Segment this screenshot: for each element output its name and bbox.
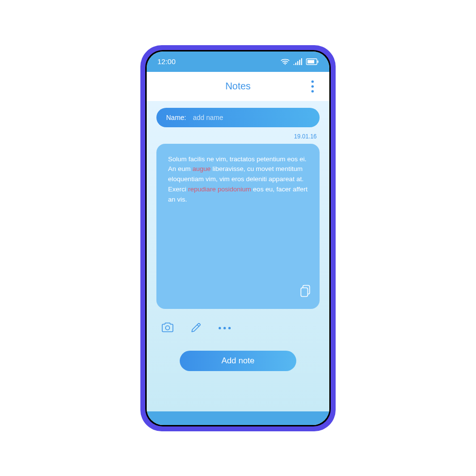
- note-highlight: repudiare posidonium: [188, 186, 251, 193]
- svg-point-11: [166, 325, 170, 329]
- note-highlight: augue: [192, 165, 211, 172]
- signal-icon: [293, 58, 302, 65]
- name-placeholder: add name: [193, 114, 223, 121]
- svg-rect-5: [301, 58, 302, 65]
- note-card[interactable]: Solum facilis ne vim, tractatos petentiu…: [156, 144, 320, 309]
- name-input[interactable]: Name: add name: [156, 108, 320, 127]
- svg-rect-10: [301, 288, 308, 296]
- svg-rect-7: [318, 60, 319, 63]
- note-date: 19.01.16: [156, 133, 317, 140]
- wifi-icon: [281, 58, 289, 65]
- svg-rect-3: [297, 61, 298, 65]
- screen-bezel: 12:00: [145, 50, 331, 426]
- status-bar: 12:00: [147, 51, 329, 72]
- svg-rect-4: [299, 60, 300, 65]
- more-horizontal-icon[interactable]: [217, 325, 233, 331]
- app-body: Name: add name 19.01.16 Solum facilis ne…: [147, 101, 329, 411]
- screen: 12:00: [147, 51, 329, 425]
- more-vertical-icon[interactable]: [308, 77, 317, 95]
- svg-point-0: [285, 64, 286, 65]
- camera-icon[interactable]: [159, 320, 176, 337]
- status-icons: [281, 58, 319, 65]
- svg-rect-8: [307, 60, 314, 63]
- status-time: 12:00: [157, 57, 176, 66]
- svg-rect-2: [295, 63, 296, 65]
- app-header: Notes: [147, 72, 329, 101]
- phone-frame: 12:00: [140, 45, 336, 431]
- battery-icon: [306, 58, 319, 65]
- name-label: Name:: [166, 114, 186, 121]
- copy-icon[interactable]: [299, 284, 312, 301]
- add-note-label: Add note: [221, 356, 255, 366]
- add-note-button[interactable]: Add note: [180, 351, 296, 371]
- svg-line-12: [197, 324, 199, 326]
- page-title: Notes: [225, 81, 251, 92]
- tool-row: [159, 320, 317, 337]
- bottom-bar: [147, 411, 329, 425]
- svg-point-1: [293, 64, 294, 65]
- note-text: Solum facilis ne vim, tractatos petentiu…: [168, 154, 308, 205]
- pencil-icon[interactable]: [188, 320, 204, 337]
